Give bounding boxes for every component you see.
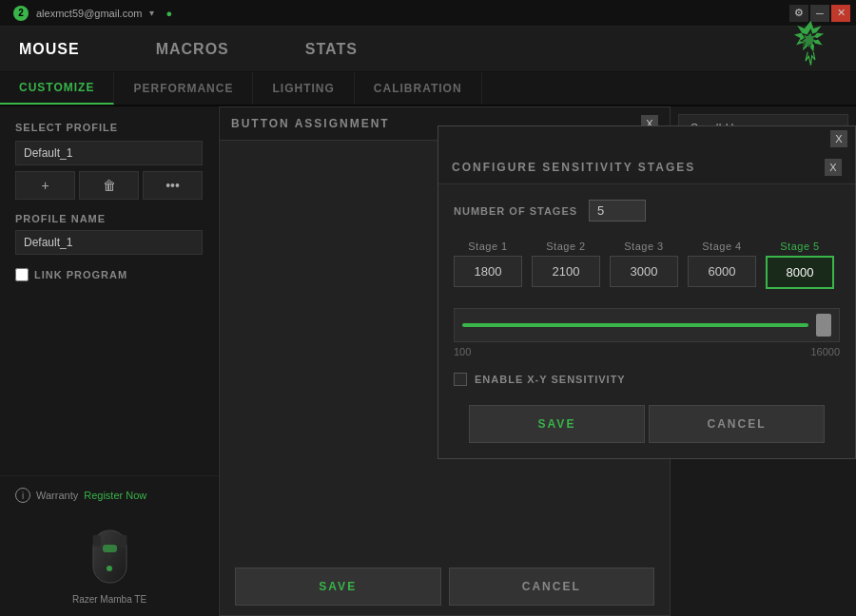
svg-rect-2 [103, 545, 117, 552]
profile-actions: + 🗑 ••• [15, 171, 203, 200]
stage-3-label: Stage 3 [624, 241, 663, 252]
bg-dialog-buttons: SAVE CANCEL [220, 558, 670, 615]
mouse-name: Razer Mamba TE [72, 594, 146, 605]
warranty-row: i Warranty Register Now [15, 488, 204, 503]
sensitivity-header: CONFIGURE SENSITIVITY STAGES X [438, 151, 855, 184]
nav-stats[interactable]: STATS [305, 41, 358, 58]
stage-5-label: Stage 5 [780, 241, 819, 252]
num-stages-select-wrapper: 5 1 2 3 4 [589, 200, 646, 221]
slider-fill [462, 323, 808, 327]
register-link[interactable]: Register Now [84, 490, 146, 501]
user-badge: 2 [13, 6, 29, 21]
tab-calibration[interactable]: CALIBRATION [355, 72, 482, 105]
razer-logo [785, 18, 837, 70]
tab-customize[interactable]: CUSTOMIZE [0, 72, 114, 105]
add-profile-button[interactable]: + [15, 171, 75, 200]
stage-3: Stage 3 [610, 241, 678, 287]
title-bar-left: 2 alexmct59@gmail.com ▾ ● [6, 6, 789, 21]
sub-nav: CUSTOMIZE PERFORMANCE LIGHTING CALIBRATI… [0, 72, 856, 106]
sensitivity-save-button[interactable]: SAVE [469, 405, 645, 443]
stage-5-input[interactable] [766, 256, 834, 289]
sensitivity-title: CONFIGURE SENSITIVITY STAGES [452, 161, 695, 174]
sensitivity-close-button[interactable]: X [825, 159, 842, 176]
slider-thumb[interactable] [816, 314, 831, 337]
xy-checkbox[interactable] [454, 373, 467, 386]
outer-close-button[interactable]: X [830, 130, 847, 147]
stage-1-input[interactable] [454, 256, 522, 287]
link-program-row: LINK PROGRAM [15, 268, 203, 281]
stages-row: Stage 1 Stage 2 Stage 3 Stage 4 [454, 241, 840, 289]
profile-name-label: PROFILE NAME [15, 213, 203, 224]
bg-cancel-button[interactable]: CANCEL [449, 568, 655, 606]
main-nav: MOUSE MACROS STATS [0, 27, 856, 72]
xy-sensitivity-label: ENABLE X-Y SENSITIVITY [475, 374, 626, 385]
tab-lighting[interactable]: LIGHTING [253, 72, 354, 105]
svg-point-3 [107, 566, 112, 571]
link-program-label: LINK PROGRAM [34, 269, 127, 280]
select-profile-label: SELECT PROFILE [15, 122, 203, 133]
outer-dialog-header: X [438, 126, 855, 151]
slider-track [454, 308, 840, 342]
slider-container: 100 16000 [454, 308, 840, 357]
slider-max-label: 16000 [810, 346, 840, 357]
nav-macros[interactable]: MACROS [156, 41, 229, 58]
mouse-svg [84, 516, 136, 590]
stage-3-input[interactable] [610, 256, 678, 287]
stage-1: Stage 1 [454, 241, 522, 287]
slider-min-label: 100 [454, 346, 471, 357]
stage-4-input[interactable] [688, 256, 756, 287]
slider-labels: 100 16000 [454, 346, 840, 357]
bg-save-button[interactable]: SAVE [235, 568, 441, 606]
title-bar: 2 alexmct59@gmail.com ▾ ● ⚙ ─ ✕ [0, 0, 856, 27]
sensitivity-dialog: X CONFIGURE SENSITIVITY STAGES X NUMBER … [438, 125, 856, 459]
profile-select[interactable]: Default_1 [15, 141, 203, 165]
num-stages-label: NUMBER OF STAGES [454, 205, 577, 217]
sensitivity-body: NUMBER OF STAGES 5 1 2 3 4 Stag [438, 184, 855, 458]
stage-2-label: Stage 2 [546, 241, 585, 252]
left-panel: SELECT PROFILE Default_1 + 🗑 ••• PROFILE… [0, 106, 219, 616]
tab-performance[interactable]: PERFORMANCE [114, 72, 253, 105]
dropdown-arrow[interactable]: ▾ [149, 8, 154, 18]
right-panel: BUTTON ASSIGNMENT X SAVE CANCEL Scroll U… [219, 106, 856, 616]
warranty-icon: i [15, 488, 30, 503]
more-profile-button[interactable]: ••• [143, 171, 203, 200]
sensitivity-dialog-buttons: SAVE CANCEL [454, 405, 840, 443]
stage-2: Stage 2 [532, 241, 600, 287]
num-stages-select[interactable]: 5 1 2 3 4 [589, 200, 646, 221]
svg-rect-5 [119, 535, 126, 547]
stage-4-label: Stage 4 [702, 241, 741, 252]
delete-profile-button[interactable]: 🗑 [79, 171, 139, 200]
user-email: alexmct59@gmail.com [36, 8, 142, 19]
link-program-checkbox[interactable] [15, 268, 29, 281]
btn-assign-title: BUTTON ASSIGNMENT [231, 117, 390, 130]
xy-row: ENABLE X-Y SENSITIVITY [454, 373, 840, 386]
content-area: SELECT PROFILE Default_1 + 🗑 ••• PROFILE… [0, 106, 856, 616]
svg-rect-4 [93, 535, 101, 547]
stage-4: Stage 4 [688, 241, 756, 287]
sensitivity-cancel-button[interactable]: CANCEL [649, 405, 825, 443]
stage-2-input[interactable] [532, 256, 600, 287]
profile-icon: ● [165, 8, 172, 19]
left-bottom: i Warranty Register Now [0, 475, 219, 616]
mouse-image: Razer Mamba TE [15, 516, 204, 605]
stage-5: Stage 5 [766, 241, 834, 289]
profile-name-input[interactable] [15, 230, 203, 255]
stage-1-label: Stage 1 [468, 241, 507, 252]
warranty-text: Warranty [36, 490, 78, 501]
num-stages-row: NUMBER OF STAGES 5 1 2 3 4 [454, 200, 840, 221]
nav-mouse[interactable]: MOUSE [19, 41, 80, 58]
